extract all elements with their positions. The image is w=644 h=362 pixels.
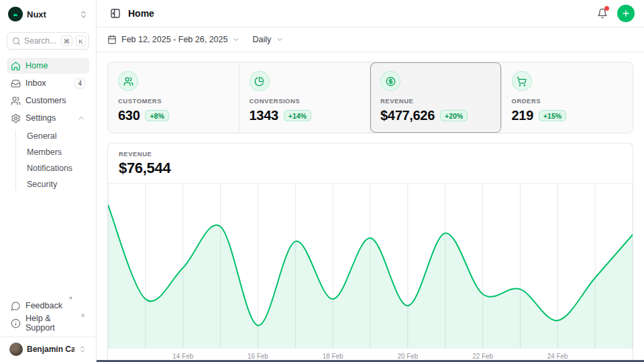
pie-chart-icon [254,76,264,86]
svg-text:14 Feb: 14 Feb [172,353,193,360]
chevrons-up-down-icon [78,345,87,353]
subnav-label: Security [27,180,57,189]
sidebar-item-inbox[interactable]: Inbox 4 [7,75,89,91]
chevron-up-icon [77,114,85,122]
revenue-area-chart: 14 Feb16 Feb18 Feb20 Feb22 Feb24 Feb [108,184,633,362]
stats-row: CUSTOMERS 630 +8% CONVERSIONS 1343 +14% … [107,62,633,133]
chevron-down-icon [276,36,284,44]
sidebar-item-security[interactable]: Security [24,177,89,192]
help-support-link[interactable]: Help & Support [7,315,89,331]
delta-badge: +15% [539,110,566,121]
stat-card-conversions[interactable]: CONVERSIONS 1343 +14% [239,62,371,133]
add-button[interactable] [617,5,635,22]
filters-toolbar: Feb 12, 2025 - Feb 26, 2025 Daily [97,27,644,52]
svg-text:18 Feb: 18 Feb [323,353,343,360]
user-menu[interactable]: Benjamin Canac [7,341,89,358]
svg-text:22 Feb: 22 Feb [472,353,493,360]
nuxt-logo [8,7,23,21]
sidebar-item-label: Customers [25,96,85,105]
info-circle-icon [11,318,21,328]
collapse-sidebar-button[interactable] [109,7,122,20]
stat-card-revenue[interactable]: REVENUE $477,626 +20% [370,62,502,133]
stat-label: CONVERSIONS [250,97,360,105]
stat-card-customers[interactable]: CUSTOMERS 630 +8% [108,62,239,133]
sidebar-item-label: Home [25,61,85,70]
search-input[interactable]: Search... ⌘ K [7,32,89,50]
cart-icon [517,76,527,86]
subnav-label: Notifications [27,164,72,173]
chart-metric-label: REVENUE [119,150,622,158]
footer-link-label: Help & Support [25,314,74,333]
sidebar-nav: Home Inbox 4 Customers Settings General … [7,58,89,193]
stat-value: $477,626 [380,108,435,123]
stat-value: 219 [512,108,533,123]
sidebar-item-settings[interactable]: Settings [7,110,89,126]
sidebar-item-notifications[interactable]: Notifications [24,161,89,176]
sidebar-item-customers[interactable]: Customers [7,93,89,109]
chart-metric-value: $76,544 [119,160,622,177]
page-title: Home [128,8,154,19]
inbox-icon [11,78,21,88]
subnav-label: Members [27,147,62,157]
users-icon [11,96,21,106]
plus-icon [621,9,631,18]
panel-collapse-icon [110,8,121,19]
revenue-chart-card: REVENUE $76,544 14 Feb16 Feb18 Feb20 Feb… [107,143,633,362]
stat-value: 1343 [250,108,278,123]
search-icon [12,37,21,46]
settings-subnav: General Members Notifications Security [15,129,89,192]
granularity-label: Daily [252,35,271,44]
sidebar: Nuxt Search... ⌘ K Home Inbox 4 Customer… [0,0,97,362]
message-bubble-icon [11,301,21,311]
user-name: Benjamin Canac [27,345,74,354]
user-avatar [9,343,23,356]
stat-value: 630 [118,108,140,123]
external-link-icon [80,313,85,318]
notifications-button[interactable] [594,5,611,22]
chevron-down-icon [232,36,240,44]
workspace-name: Nuxt [27,9,75,19]
date-range-label: Feb 12, 2025 - Feb 26, 2025 [121,35,227,44]
search-placeholder: Search... [24,36,58,46]
delta-badge: +20% [440,110,468,121]
feedback-link[interactable]: Feedback [7,298,89,314]
sidebar-item-label: Settings [25,113,72,123]
stat-label: REVENUE [380,97,491,105]
delta-badge: +8% [145,110,168,121]
content: CUSTOMERS 630 +8% CONVERSIONS 1343 +14% … [97,52,644,362]
external-link-icon [68,296,73,301]
svg-text:24 Feb: 24 Feb [547,353,568,360]
sidebar-footer: Feedback Help & Support Benjamin Canac [7,298,89,358]
sidebar-item-label: Inbox [25,78,70,88]
svg-text:16 Feb: 16 Feb [248,353,268,360]
delta-badge: +14% [284,110,311,121]
footer-link-label: Feedback [25,301,62,310]
stat-label: ORDERS [512,97,623,105]
stat-label: CUSTOMERS [118,97,229,105]
chevrons-up-down-icon [79,10,88,19]
stat-card-orders[interactable]: ORDERS 219 +15% [502,62,633,133]
sidebar-item-general[interactable]: General [24,129,89,143]
users-icon [123,76,133,86]
inbox-count-badge: 4 [74,78,85,88]
notification-dot [604,6,609,11]
calendar-icon [107,35,117,44]
chart-header: REVENUE $76,544 [108,143,633,184]
sidebar-item-home[interactable]: Home [7,58,89,74]
dollar-circle-icon [386,76,396,86]
gear-icon [11,113,21,123]
main-area: Home Feb 12, 2025 - Feb 26, 2025 Daily C… [97,0,644,362]
workspace-switcher[interactable]: Nuxt [7,5,89,23]
date-range-picker[interactable]: Feb 12, 2025 - Feb 26, 2025 [107,35,240,44]
home-icon [11,61,21,71]
svg-text:20 Feb: 20 Feb [397,353,418,360]
granularity-select[interactable]: Daily [252,35,284,44]
chart-plot-area[interactable]: 14 Feb16 Feb18 Feb20 Feb22 Feb24 Feb [108,184,633,362]
subnav-label: General [27,131,56,141]
header: Home [97,0,644,27]
kbd-k: K [76,36,86,46]
kbd-meta: ⌘ [61,36,73,46]
sidebar-item-members[interactable]: Members [24,145,89,160]
